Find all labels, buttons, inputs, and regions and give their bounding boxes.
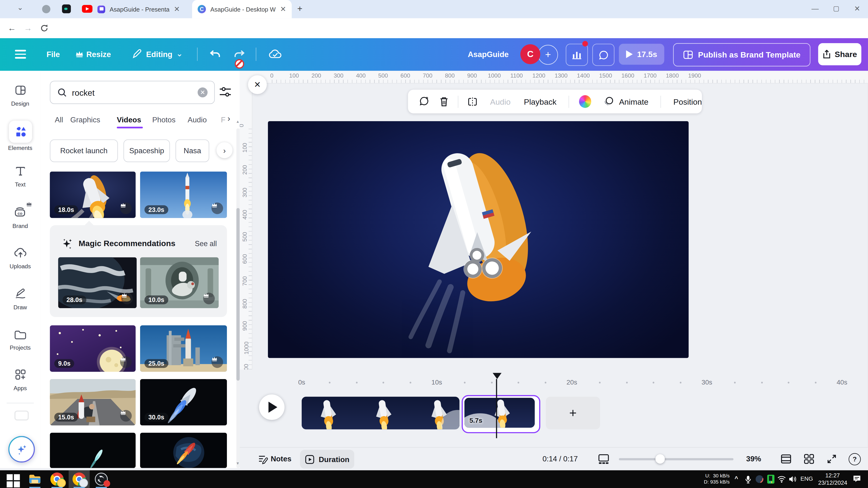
timeline-clip-1[interactable]: [302, 397, 460, 429]
resize-button[interactable]: Resize: [86, 50, 111, 59]
forward-icon[interactable]: →: [24, 23, 32, 33]
playback-button[interactable]: Playback: [524, 97, 556, 106]
color-wheel-button[interactable]: [579, 95, 591, 108]
help-button[interactable]: ?: [849, 453, 861, 465]
file-menu-button[interactable]: File: [46, 50, 60, 59]
insights-button[interactable]: [566, 44, 588, 66]
clock[interactable]: 12:27 23/12/2024: [818, 472, 847, 486]
search-filter-icon[interactable]: [219, 87, 231, 97]
panel-tab-videos[interactable]: Videos: [117, 115, 141, 125]
flip-icon[interactable]: [467, 96, 478, 107]
sidebar-item-apps[interactable]: Apps: [0, 367, 40, 391]
redo-icon[interactable]: [233, 49, 245, 60]
delete-icon[interactable]: [439, 96, 449, 107]
see-all-link[interactable]: See all: [195, 239, 217, 248]
grid-view-icon[interactable]: [804, 454, 814, 464]
notes-button[interactable]: Notes: [271, 455, 291, 463]
zoom-slider-knob[interactable]: [655, 454, 665, 464]
tray-expand-chevron[interactable]: ^: [735, 475, 738, 482]
video-thumbnail-blue-rocket[interactable]: 30.0s: [140, 379, 227, 426]
chrome-profile1-icon[interactable]: [51, 473, 64, 486]
window-minimize-button[interactable]: —: [812, 4, 819, 13]
file-explorer-icon[interactable]: [28, 473, 41, 486]
add-comment-icon[interactable]: [419, 96, 430, 107]
tabs-overflow-chevron-icon[interactable]: ›: [228, 113, 230, 123]
fullscreen-icon[interactable]: [827, 454, 837, 464]
publish-brand-template-button[interactable]: Publish as Brand Template: [673, 43, 810, 66]
panel-tab-graphics[interactable]: Graphics: [70, 115, 100, 125]
search-input[interactable]: rocket: [72, 88, 95, 97]
panel-tab-frames[interactable]: F: [221, 115, 225, 125]
add-page-button[interactable]: +: [546, 397, 600, 429]
window-close-button[interactable]: ✕: [854, 4, 860, 13]
sidebar-item-projects[interactable]: Projects: [0, 327, 40, 351]
search-box[interactable]: rocket ✕: [50, 81, 215, 104]
obs-recorder-icon[interactable]: [95, 473, 108, 486]
sidebar-item-draw[interactable]: Draw: [0, 287, 40, 311]
menu-hamburger-icon[interactable]: [15, 50, 26, 59]
new-tab-button[interactable]: +: [297, 4, 302, 14]
clear-search-icon[interactable]: ✕: [198, 88, 208, 97]
editing-chevron-icon[interactable]: ⌄: [176, 49, 183, 59]
video-thumbnail-rocketman[interactable]: 15.0s: [50, 379, 135, 426]
video-thumbnail-shuttle[interactable]: 18.0s: [50, 172, 135, 218]
magic-assistant-button[interactable]: [8, 436, 35, 462]
chrome-profile2-icon-active[interactable]: [72, 473, 86, 486]
video-thumbnail-earth-rocket[interactable]: [140, 432, 227, 468]
zoom-slider-track[interactable]: [619, 458, 734, 460]
zoom-percentage[interactable]: 39%: [746, 455, 761, 463]
chip-rocket-launch[interactable]: Rocket launch: [50, 139, 118, 162]
speaker-icon[interactable]: [788, 475, 797, 483]
animate-button[interactable]: Animate: [619, 97, 648, 106]
chip-nasa[interactable]: Nasa: [176, 139, 209, 162]
add-member-button[interactable]: +: [538, 45, 558, 65]
scroll-down-arrow-icon[interactable]: ▼: [236, 461, 240, 465]
editing-mode-button[interactable]: Editing: [146, 50, 173, 59]
back-icon[interactable]: ←: [8, 23, 16, 33]
timeline-clip-2-selected[interactable]: 5.7s: [462, 395, 540, 433]
pinned-tab-youtube-icon[interactable]: [82, 5, 92, 13]
pages-view-icon[interactable]: [780, 454, 792, 464]
playhead-handle[interactable]: [493, 373, 502, 379]
browser-tab-presentation[interactable]: AsapGuide - Presentation ✕: [97, 0, 185, 18]
chips-scroll-chevron[interactable]: ›: [217, 142, 232, 158]
close-panel-button[interactable]: ✕: [248, 75, 267, 94]
tab-close-icon[interactable]: ✕: [280, 5, 286, 13]
undo-icon[interactable]: [209, 49, 221, 60]
video-thumbnail-astronaut[interactable]: 10.0s: [140, 257, 219, 308]
panel-tab-photos[interactable]: Photos: [152, 115, 176, 125]
pinned-tab-recorder-icon[interactable]: [62, 4, 71, 13]
scroll-up-arrow-icon[interactable]: ▲: [236, 120, 240, 123]
share-button[interactable]: Share: [818, 43, 861, 65]
panel-tab-audio[interactable]: Audio: [188, 115, 207, 125]
project-name[interactable]: AsapGuide: [468, 50, 508, 59]
tray-utility-icon[interactable]: [767, 475, 775, 484]
sidebar-item-text[interactable]: Text: [0, 164, 40, 188]
tab-close-icon[interactable]: ✕: [174, 5, 180, 13]
reload-icon[interactable]: [40, 24, 49, 33]
play-preview-button[interactable]: 17.5s: [619, 44, 664, 65]
microphone-icon[interactable]: [745, 475, 752, 484]
panel-scrollbar-thumb[interactable]: [236, 208, 240, 381]
design-canvas[interactable]: [268, 121, 689, 358]
timeline-play-button[interactable]: [259, 394, 284, 420]
pinned-tab-icon[interactable]: [42, 5, 50, 13]
wifi-icon[interactable]: [777, 475, 786, 483]
panel-tab-all[interactable]: All: [55, 115, 63, 125]
timeline-view-icon[interactable]: [598, 454, 610, 464]
video-thumbnail-comet[interactable]: [50, 432, 135, 468]
position-button[interactable]: Position: [673, 97, 702, 106]
action-center-icon[interactable]: [852, 475, 861, 483]
chip-spaceship[interactable]: Spaceship: [123, 139, 170, 162]
duration-button[interactable]: Duration: [300, 450, 354, 469]
video-thumbnail-earth[interactable]: 28.0s: [58, 257, 136, 308]
comments-button[interactable]: [592, 44, 614, 66]
animate-icon[interactable]: [603, 96, 615, 107]
language-indicator[interactable]: ENG: [801, 475, 813, 482]
sidebar-item-elements[interactable]: Elements: [0, 121, 40, 151]
browser-tab-canva[interactable]: C AsapGuide - Desktop Wallpape ✕: [192, 0, 291, 18]
video-thumbnail-launchpad[interactable]: 25.0s: [140, 325, 227, 372]
tab-search-chevron-icon[interactable]: ⌄: [17, 3, 23, 11]
start-button[interactable]: [7, 474, 20, 487]
tray-app-icon[interactable]: [756, 475, 764, 483]
